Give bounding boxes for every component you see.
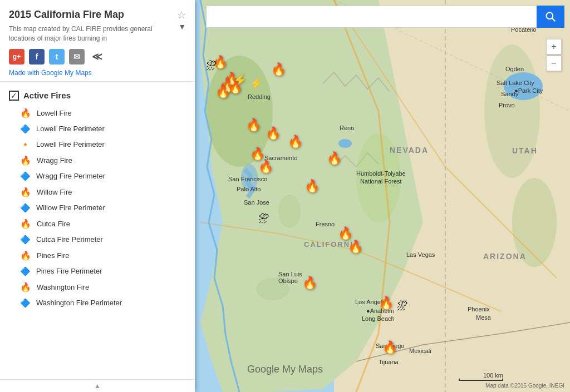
city-slo: San LuisObispo <box>278 271 302 284</box>
map-marker-21[interactable]: 🔥 <box>379 296 394 310</box>
city-provo: Provo <box>499 102 515 108</box>
fire-items-container: 🔥Lowell Fire🔷Lowell Fire Perimeter🔸Lowel… <box>0 105 195 311</box>
fire-item-label: Lowell Fire <box>37 109 72 117</box>
expand-button[interactable]: ▼ <box>178 22 186 31</box>
city-mexicali: Mexicali <box>409 348 431 354</box>
checkmark-icon <box>11 91 17 101</box>
scale-bar: 100 km <box>459 372 503 381</box>
fire-item-icon: 🔷 <box>20 203 31 213</box>
region-nevada: NEVADA <box>390 146 429 155</box>
map-marker-20[interactable]: 🔥 <box>302 276 317 290</box>
city-tijuana: Tijuana <box>379 359 399 365</box>
sidebar: 2015 California Fire Map ☆ This map crea… <box>0 0 195 392</box>
fire-list-item[interactable]: 🔷Washington Fire Perimeter <box>0 295 195 311</box>
map-controls: + − <box>546 39 562 71</box>
email-button[interactable]: ✉ <box>69 49 85 64</box>
fire-item-icon: 🔥 <box>20 108 31 118</box>
scale-label: 100 km <box>483 372 503 379</box>
national-forest-label: Humboldt-ToiyabeNational Forest <box>356 170 406 186</box>
map-marker-10[interactable]: 🔥 <box>246 118 261 132</box>
map-marker-19[interactable]: 🔥 <box>348 240 363 254</box>
active-fires-checkbox[interactable] <box>9 91 19 101</box>
map-marker-12[interactable]: 🔥 <box>288 135 303 149</box>
city-redding: Redding <box>248 93 271 100</box>
map-marker-2[interactable]: ⛈ <box>206 59 217 72</box>
fire-item-label: Willow Fire Perimeter <box>36 204 105 212</box>
region-arizona: ARIZONA <box>483 252 527 261</box>
map-attribution: Map data ©2015 Google, INEGI <box>485 383 564 389</box>
fire-item-icon: 🔷 <box>20 171 31 181</box>
map-marker-9[interactable]: 🔥 <box>271 62 286 77</box>
zoom-in-button[interactable]: + <box>546 39 562 54</box>
city-longbeach: Long Beach <box>362 315 395 322</box>
fire-list-item[interactable]: 🔥Lowell Fire <box>0 105 195 121</box>
search-input[interactable] <box>206 6 537 28</box>
fire-list-item[interactable]: 🔷Wragg Fire Perimeter <box>0 168 195 184</box>
map-marker-16[interactable]: 🔥 <box>304 179 320 193</box>
svg-point-5 <box>484 44 540 178</box>
map-marker-23[interactable]: 🔥 <box>382 340 397 355</box>
fire-list-item[interactable]: 🔷Lowell Fire Perimeter <box>0 121 195 137</box>
fire-item-label: Wragg Fire Perimeter <box>36 172 105 180</box>
star-icon[interactable]: ☆ <box>177 9 186 21</box>
map-marker-11[interactable]: 🔥 <box>266 126 281 141</box>
fire-item-label: Pines Fire <box>37 251 70 260</box>
svg-point-8 <box>338 139 352 148</box>
scroll-handle-icon: ▲ <box>94 382 101 390</box>
fire-item-icon: 🔷 <box>20 235 31 245</box>
sidebar-scroll-handle[interactable]: ▲ <box>0 379 195 392</box>
search-button[interactable] <box>537 6 564 28</box>
fire-item-icon: 🔥 <box>20 155 31 166</box>
svg-point-19 <box>547 13 553 19</box>
city-ogden: Ogden <box>505 66 524 72</box>
map-marker-7[interactable]: 🔥 <box>215 85 230 99</box>
active-fires-header[interactable]: Active Fires <box>0 86 195 105</box>
city-phoenix: Phoenix <box>468 306 490 312</box>
fire-list-item[interactable]: 🔷Pines Fire Perimeter <box>0 264 195 279</box>
share-button[interactable]: ≪ <box>89 49 105 64</box>
fire-list-item[interactable]: 🔷Cutca Fire Perimeter <box>0 232 195 247</box>
google-maps-label: Google My Maps <box>247 364 323 375</box>
facebook-button[interactable]: f <box>29 49 45 64</box>
map-marker-15[interactable]: ⛈ <box>258 212 269 225</box>
fire-list-item[interactable]: 🔥Wragg Fire <box>0 152 195 168</box>
fire-item-label: Lowell Fire Perimeter <box>36 140 105 148</box>
fire-list-item[interactable]: 🔸Lowell Fire Perimeter <box>0 137 195 152</box>
map-marker-8[interactable]: ⚡ <box>249 77 263 90</box>
fire-item-label: Lowell Fire Perimeter <box>36 125 105 133</box>
zoom-out-button[interactable]: − <box>546 56 562 71</box>
fire-item-icon: 🔥 <box>20 250 31 261</box>
fire-list-item[interactable]: 🔥Cutca Fire <box>0 216 195 232</box>
fire-list-item[interactable]: 🔥Pines Fire <box>0 247 195 264</box>
fire-list-item[interactable]: 🔷Willow Fire Perimeter <box>0 200 195 216</box>
fire-item-icon: 🔷 <box>20 124 31 134</box>
map-marker-18[interactable]: 🔥 <box>338 226 353 241</box>
fire-item-label: Washington Fire <box>37 283 89 291</box>
fire-item-label: Washington Fire Perimeter <box>36 299 122 307</box>
social-buttons: g+ f t ✉ ≪ <box>9 49 186 64</box>
fire-item-icon: 🔷 <box>20 298 31 308</box>
map-marker-22[interactable]: ⛈ <box>397 300 408 312</box>
region-utah: UTAH <box>512 146 538 155</box>
sidebar-title-row: 2015 California Fire Map ☆ <box>9 9 186 21</box>
made-with-link[interactable]: Made with Google My Maps <box>9 69 186 77</box>
city-fresno: Fresno <box>316 221 335 227</box>
city-san-jose: San Jose <box>244 199 269 206</box>
fire-item-label: Wragg Fire <box>37 156 72 165</box>
fire-item-icon: 🔷 <box>20 266 31 276</box>
google-plus-button[interactable]: g+ <box>9 49 24 64</box>
fire-list-item[interactable]: 🔥Willow Fire <box>0 184 195 200</box>
fire-list-item[interactable]: 🔥Washington Fire <box>0 279 195 295</box>
sidebar-content[interactable]: Active Fires 🔥Lowell Fire🔷Lowell Fire Pe… <box>0 82 195 379</box>
twitter-button[interactable]: t <box>49 49 65 64</box>
sidebar-header: 2015 California Fire Map ☆ This map crea… <box>0 0 195 82</box>
map-marker-17[interactable]: 🔥 <box>327 151 342 166</box>
svg-line-20 <box>552 18 556 22</box>
map-title: 2015 California Fire Map <box>9 9 173 21</box>
svg-point-13 <box>278 195 301 228</box>
city-parkcity: ●Park City <box>514 87 543 94</box>
fire-item-label: Willow Fire <box>37 188 72 196</box>
city-slc: Salt Lake City <box>497 80 534 86</box>
city-las-vegas: Las Vegas <box>406 251 435 258</box>
map-marker-14[interactable]: 🔥 <box>258 160 273 174</box>
